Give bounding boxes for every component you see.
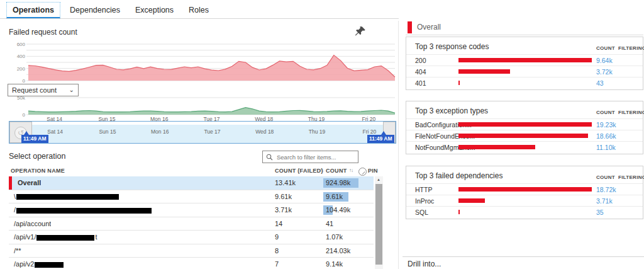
card-title: Top 3 response codes (415, 42, 489, 51)
card-row: InProc3.71k (406, 195, 643, 206)
search-box[interactable] (262, 151, 358, 163)
table-row[interactable]: /api/v1/t91.07k (9, 231, 374, 244)
count-failed-value: 3.71k (275, 206, 292, 214)
operations-table-header: OPERATION NAME COUNT (FAILED) ↑↓ COUNT ↑… (9, 165, 374, 176)
svg-text:200: 200 (17, 66, 26, 72)
failures-blade: OperationsDependenciesExceptionsRoles Fa… (0, 0, 644, 269)
time-range-brush[interactable]: Sat 14Sun 15Mon 16Tue 17Wed 18Thu 19Fri … (9, 121, 396, 144)
card-row-count-link[interactable]: 11.10k (596, 144, 616, 151)
card-row-bar (458, 210, 460, 214)
scrollbar-thumb[interactable] (375, 184, 382, 265)
tab-roles[interactable]: Roles (183, 3, 214, 18)
card-row: SQL35 (406, 206, 643, 217)
request-count-area-chart: 50k0 (9, 92, 396, 117)
sort-count-icon[interactable]: ↑↓ (349, 168, 353, 173)
sort-failed-icon[interactable]: ↑↓ (319, 168, 323, 173)
card-col-count: COUNT (596, 110, 615, 115)
drill-into-label: Drill into... (408, 260, 441, 268)
svg-text:600: 600 (17, 42, 26, 47)
search-input[interactable] (275, 153, 355, 161)
card-row-count-link[interactable]: 18.66k (596, 132, 616, 140)
card-col-count: COUNT (596, 45, 615, 51)
overall-red-marker (408, 21, 412, 33)
redacted-text (35, 262, 64, 268)
col-operation-name[interactable]: OPERATION NAME (11, 168, 65, 174)
count-failed-value: 9 (275, 233, 279, 241)
selected-row-marker (9, 176, 12, 190)
card-row-count-link[interactable]: 43 (596, 79, 604, 87)
overall-divider (406, 35, 643, 35)
svg-text:50k: 50k (17, 95, 26, 101)
overall-header: Overall (408, 21, 441, 33)
failed-chart-title: Failed request count (9, 28, 77, 37)
card-row-label: SQL (415, 209, 428, 216)
count-failed-value: 7 (275, 260, 279, 268)
table-scrollbar[interactable]: ▲ (375, 176, 383, 269)
count-failed-value: 14 (275, 220, 282, 227)
operation-name: /api/account (14, 220, 51, 227)
tab-operations[interactable]: Operations (6, 2, 60, 18)
card-row-count-link[interactable]: 35 (596, 209, 604, 216)
card-row-label: HTTP (415, 186, 432, 193)
pin-column-icon[interactable] (358, 168, 367, 176)
card-col-filtering: FILTERING (618, 175, 644, 180)
card-row-label: 200 (415, 57, 426, 64)
card-row-count-link[interactable]: 19.23k (596, 121, 616, 129)
brush-x-axis: Sat 14Sun 15Mon 16Tue 17Wed 18Thu 19Fri … (9, 129, 397, 135)
count-value: 9.61k (326, 193, 343, 200)
svg-text:0: 0 (23, 78, 26, 83)
count-value: 104.49k (326, 206, 350, 214)
panel-divider (398, 21, 399, 269)
card-row-bar (458, 58, 592, 62)
card-row-bar (458, 122, 592, 127)
count-failed-value: 9.61k (275, 193, 292, 200)
col-count[interactable]: COUNT (326, 168, 347, 174)
table-row[interactable]: /api/v279.14k (9, 258, 374, 269)
card-row-bar (458, 81, 460, 85)
card-row: 2009.64k (406, 54, 643, 66)
search-icon (266, 154, 273, 161)
svg-text:400: 400 (17, 54, 26, 59)
col-count-failed[interactable]: COUNT (FAILED) (275, 168, 323, 174)
table-row[interactable]: /3.71k104.49k (9, 203, 374, 217)
card-row-label: 401 (415, 79, 426, 87)
axis-day-label: Sat 14 (36, 129, 74, 135)
table-row[interactable]: /api/account1441 (9, 217, 374, 231)
card-row-count-link[interactable]: 9.64k (596, 57, 613, 64)
operation-name: /api/v1/t (14, 233, 97, 241)
operation-name: / (14, 206, 152, 214)
count-failed-value: 13.41k (275, 179, 296, 186)
tab-bar: OperationsDependenciesExceptionsRoles (0, 0, 399, 19)
redacted-text (16, 208, 152, 214)
card-row-count-link[interactable]: 3.72k (596, 68, 613, 76)
count-value: 214.03k (326, 247, 350, 255)
axis-day-label: Thu 19 (298, 129, 336, 135)
tab-exceptions[interactable]: Exceptions (130, 3, 179, 18)
table-row[interactable]: \9.61k9.61k (9, 190, 374, 204)
card-col-count: COUNT (596, 175, 615, 180)
table-row[interactable]: /**8214.03k (9, 244, 374, 258)
axis-day-label: Sun 15 (89, 129, 126, 135)
table-row[interactable]: Overall13.41k924.98k (9, 176, 374, 190)
tab-dependencies[interactable]: Dependencies (64, 3, 126, 18)
card-col-filtering: FILTERING (618, 110, 644, 115)
overall-label: Overall (417, 23, 441, 31)
axis-day-label: Wed 18 (246, 129, 284, 135)
card-rows: 2009.64k4043.72k40143 (406, 54, 643, 88)
card-row-label: InProc (415, 197, 434, 205)
card-row: 40143 (406, 77, 643, 88)
count-failed-value: 8 (275, 247, 279, 255)
pin-chart-button[interactable] (355, 26, 366, 37)
select-operation-title: Select operation (9, 152, 65, 161)
card-row-bar (458, 69, 510, 74)
card-rows: HTTP18.72kInProc3.71kSQL35 (406, 183, 643, 217)
scroll-up-icon[interactable]: ▲ (377, 178, 380, 181)
brush-start-time: 11:49 AM (21, 135, 48, 143)
axis-day-label: Mon 16 (141, 129, 179, 135)
card-row-count-link[interactable]: 18.72k (596, 186, 616, 193)
drill-divider (402, 256, 644, 257)
card-row-bar (458, 187, 592, 192)
card-title: Top 3 exception types (415, 106, 488, 115)
card-row-count-link[interactable]: 3.71k (596, 197, 613, 205)
card-row: FileNotFoundExce...18.66k (406, 130, 643, 141)
